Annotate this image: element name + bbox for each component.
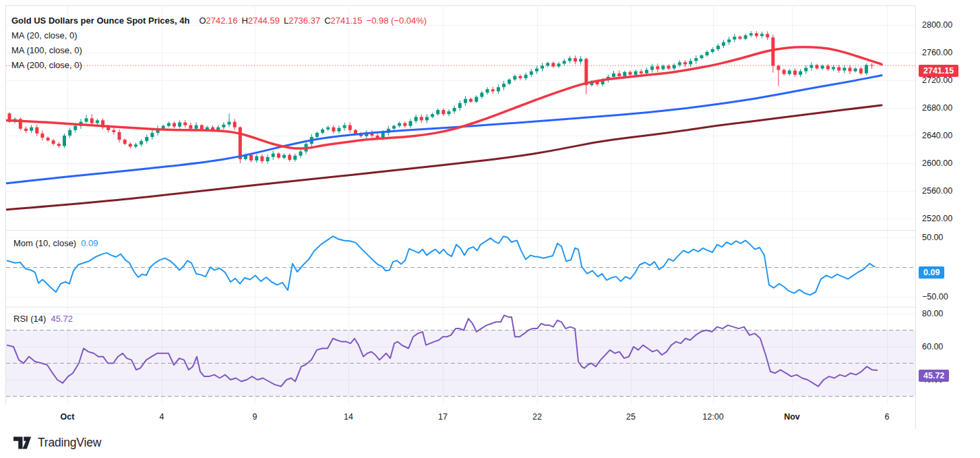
time-tick-label: Nov [765,410,819,424]
momentum-value-badge: 0.09 [919,266,944,279]
rsi-value-badge: 45.72 [919,370,949,382]
symbol-legend-row[interactable]: Gold US Dollars per Ounce Spot Prices, 4… [11,13,427,28]
momentum-legend-row[interactable]: Mom (10, close)0.09 [13,236,98,251]
time-tick-label: 14 [321,410,375,424]
time-tick-label: 25 [604,410,658,424]
change-value: −0.98 (−0.04%) [367,16,427,26]
momentum-tick-label: 50.00 [922,231,943,244]
rsi-tick-label: 60.00 [922,341,943,353]
ma20-legend-row[interactable]: MA (20, close, 0) [11,28,78,43]
price-tick-label: 2760.00 [922,47,952,59]
ma200-label: MA (200, close, 0) [11,60,82,70]
momentum-value: 0.09 [81,238,98,248]
momentum-line [7,236,875,295]
open-label: O [199,16,206,26]
time-tick-label: 9 [228,410,282,424]
high-label: H [242,16,248,26]
last-price-badge: 2741.15 [919,65,958,77]
tradingview-chart-window: Gold US Dollars per Ounce Spot Prices, 4… [0,0,980,458]
pane-separator-main-mom[interactable] [5,230,974,231]
close-value: 2741.15 [331,16,363,26]
tradingview-logo[interactable]: TradingView [13,436,101,450]
ma100-legend-row[interactable]: MA (100, close, 0) [11,43,82,58]
price-tick-label: 2800.00 [922,19,952,31]
chart-plot[interactable] [0,0,915,429]
candles-layer [8,31,874,164]
price-tick-label: 2680.00 [922,102,952,114]
rsi-legend-row[interactable]: RSI (14)45.72 [13,312,73,326]
time-tick-label: 22 [510,410,564,424]
time-tick-label: Oct [40,410,94,424]
tradingview-logo-icon [13,436,32,450]
time-tick-label: 4 [135,410,189,424]
rsi-label: RSI (14) [13,314,46,324]
price-tick-label: 2520.00 [922,212,952,225]
low-value: 2736.37 [288,16,320,26]
pane-separator-mom-rsi[interactable] [5,307,974,308]
ma200-line [7,105,882,210]
rsi-band-and-levels [6,267,915,397]
high-value: 2744.59 [248,16,280,26]
price-tick-label: 2560.00 [922,185,952,197]
open-value: 2742.16 [206,16,238,26]
time-tick-label: 17 [416,410,470,424]
price-tick-label: 2640.00 [922,130,952,142]
time-tick-label: 12:00 [686,410,740,424]
ma20-label: MA (20, close, 0) [11,30,78,40]
momentum-label: Mom (10, close) [13,238,76,248]
rsi-tick-label: 80.00 [922,308,943,320]
close-label: C [324,16,330,26]
symbol-title: Gold US Dollars per Ounce Spot Prices, 4… [11,16,189,26]
tradingview-logo-text: TradingView [38,436,101,450]
ma20-line [7,47,882,148]
price-axis[interactable]: 2741.15 0.09 45.72 2800.002760.002720.00… [916,5,980,429]
momentum-tick-label: −50.00 [922,291,948,303]
price-tick-label: 2600.00 [922,157,952,169]
ma200-legend-row[interactable]: MA (200, close, 0) [11,58,82,73]
rsi-value: 45.72 [51,314,73,324]
ma100-label: MA (100, close, 0) [11,45,82,55]
time-tick-label: 6 [860,410,914,424]
chart-area[interactable] [0,0,915,429]
time-axis[interactable]: Oct491417222512:00Nov6 [0,405,915,429]
